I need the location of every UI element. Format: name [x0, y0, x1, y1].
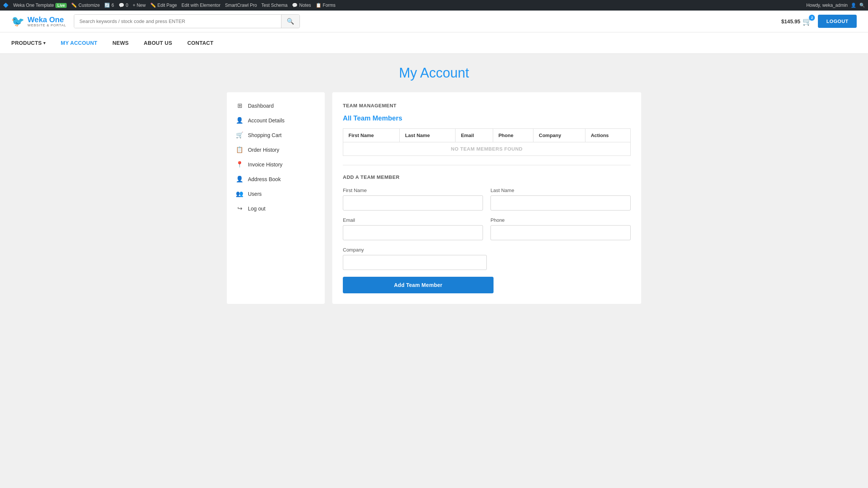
form-group-company: Company [343, 247, 487, 270]
cart-count: 2 [809, 15, 815, 21]
admin-bar: 🔷 Weka One Template Live ✏️ Customize 🔄 … [0, 0, 868, 11]
account-layout: ⊞ Dashboard 👤 Account Details 🛒 Shopping… [227, 92, 641, 304]
form-group-first-name: First Name [343, 188, 483, 210]
admin-bar-template[interactable]: Weka One Template Live [13, 3, 67, 8]
no-members-message: NO TEAM MEMBERS FOUND [343, 142, 631, 156]
logo[interactable]: 🐦 Weka One Website & Portal [11, 15, 66, 27]
admin-bar-smartcrawl[interactable]: SmartCrawl Pro [225, 3, 257, 8]
col-actions: Actions [585, 129, 631, 142]
nav-my-account[interactable]: MY ACCOUNT [61, 32, 97, 53]
address-icon: 👤 [236, 175, 243, 183]
search-bar: 🔍 [74, 14, 300, 28]
logout-button[interactable]: LOGOUT [818, 15, 857, 28]
col-first-name: First Name [343, 129, 400, 142]
logo-text: Weka One Website & Portal [28, 15, 66, 27]
sidebar: ⊞ Dashboard 👤 Account Details 🛒 Shopping… [227, 92, 325, 304]
admin-bar-new[interactable]: + New [133, 3, 145, 8]
form-group-last-name: Last Name [491, 188, 631, 210]
admin-avatar: 👤 [851, 3, 856, 8]
site-header: 🐦 Weka One Website & Portal 🔍 $145.95 🛒 … [0, 11, 868, 32]
admin-bar-forms[interactable]: 📋 Forms [316, 3, 336, 8]
all-team-title: All Team Members [343, 114, 631, 122]
cart-icon[interactable]: 🛒 2 [802, 17, 812, 26]
search-input[interactable] [74, 15, 281, 28]
admin-bar-updates[interactable]: 🔄 6 [104, 3, 114, 8]
last-name-input[interactable] [491, 195, 631, 210]
admin-bar-edit-page[interactable]: ✏️ Edit Page [150, 3, 177, 8]
page-content: My Account ⊞ Dashboard 👤 Account Details… [0, 54, 868, 488]
form-group-email: Email [343, 217, 483, 240]
email-label: Email [343, 217, 483, 223]
admin-bar-search-icon[interactable]: 🔍 [859, 3, 865, 8]
last-name-label: Last Name [491, 188, 631, 193]
logo-icon: 🐦 [11, 15, 24, 27]
admin-bar-customize[interactable]: ✏️ Customize [71, 3, 100, 8]
form-row-name: First Name Last Name [343, 188, 631, 210]
form-group-phone: Phone [491, 217, 631, 240]
col-phone: Phone [493, 129, 533, 142]
cart-icon: 🛒 [236, 131, 243, 139]
sidebar-item-order-history[interactable]: 📋 Order History [227, 142, 325, 157]
phone-input[interactable] [491, 225, 631, 240]
main-panel: TEAM MANAGEMENT All Team Members First N… [332, 92, 641, 304]
page-title: My Account [11, 65, 857, 81]
form-row-company: Company [343, 247, 631, 270]
search-button[interactable]: 🔍 [281, 15, 300, 28]
dashboard-icon: ⊞ [236, 102, 243, 109]
add-team-member-button[interactable]: Add Team Member [343, 277, 494, 293]
email-input[interactable] [343, 225, 483, 240]
team-table: First Name Last Name Email Phone Company… [343, 128, 631, 156]
form-row-contact: Email Phone [343, 217, 631, 240]
col-email: Email [455, 129, 493, 142]
company-input[interactable] [343, 255, 487, 270]
invoice-icon: 📍 [236, 161, 243, 168]
header-right: $145.95 🛒 2 LOGOUT [781, 15, 857, 28]
nav-contact[interactable]: CONTACT [187, 32, 214, 53]
col-company: Company [533, 129, 585, 142]
nav-about-us[interactable]: ABOUT US [144, 32, 173, 53]
col-last-name: Last Name [400, 129, 455, 142]
chevron-down-icon: ▾ [43, 41, 46, 46]
divider [343, 165, 631, 165]
wp-icon-link[interactable]: 🔷 [3, 3, 9, 8]
sidebar-item-users[interactable]: 👥 Users [227, 186, 325, 201]
cart-info: $145.95 🛒 2 [781, 17, 812, 26]
user-icon: 👤 [236, 117, 243, 124]
add-section-title: ADD A TEAM MEMBER [343, 174, 631, 180]
sidebar-item-shopping-cart[interactable]: 🛒 Shopping Cart [227, 128, 325, 142]
admin-bar-comments[interactable]: 💬 0 [119, 3, 128, 8]
table-row-empty: NO TEAM MEMBERS FOUND [343, 142, 631, 156]
logout-icon: ↪ [236, 205, 243, 212]
phone-label: Phone [491, 217, 631, 223]
brand-name: Weka One [28, 15, 66, 24]
cart-amount: $145.95 [781, 18, 801, 24]
admin-bar-right: Howdy, weka_admin 👤 🔍 [806, 3, 865, 8]
howdy-text: Howdy, weka_admin [806, 3, 848, 8]
nav-news[interactable]: NEWS [112, 32, 128, 53]
admin-bar-test-schema[interactable]: Test Schema [261, 3, 287, 8]
sidebar-item-logout[interactable]: ↪ Log out [227, 201, 325, 216]
first-name-label: First Name [343, 188, 483, 193]
admin-bar-notes[interactable]: 💬 Notes [292, 3, 311, 8]
users-icon: 👥 [236, 190, 243, 197]
sidebar-item-dashboard[interactable]: ⊞ Dashboard [227, 98, 325, 113]
sidebar-item-address-book[interactable]: 👤 Address Book [227, 172, 325, 186]
nav-products[interactable]: PRODUCTS ▾ [11, 32, 46, 53]
sidebar-item-invoice-history[interactable]: 📍 Invoice History [227, 157, 325, 172]
first-name-input[interactable] [343, 195, 483, 210]
main-nav: PRODUCTS ▾ MY ACCOUNT NEWS ABOUT US CONT… [0, 32, 868, 54]
order-icon: 📋 [236, 146, 243, 153]
live-badge: Live [55, 3, 67, 8]
section-title: TEAM MANAGEMENT [343, 103, 631, 108]
admin-bar-elementor[interactable]: Edit with Elementor [182, 3, 220, 8]
tagline: Website & Portal [28, 24, 66, 27]
sidebar-item-account-details[interactable]: 👤 Account Details [227, 113, 325, 128]
company-label: Company [343, 247, 487, 253]
